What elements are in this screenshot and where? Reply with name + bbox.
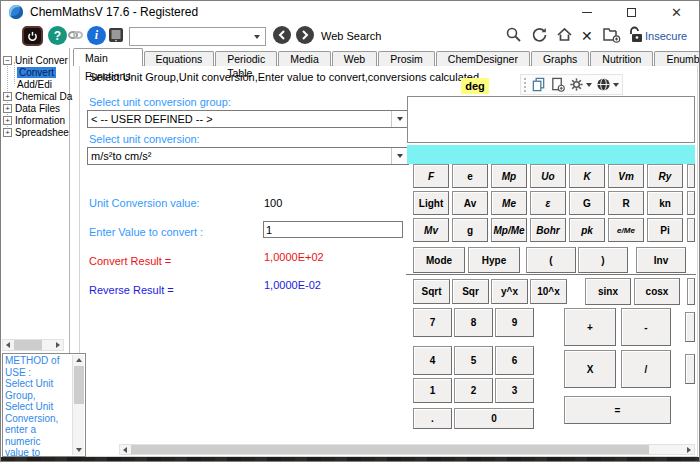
calc-button-clipped[interactable]: [687, 218, 695, 242]
calc-button-1[interactable]: 1: [413, 378, 452, 403]
tab-enumbers[interactable]: Enumbers: [654, 51, 700, 66]
expand-icon[interactable]: +: [3, 104, 12, 113]
calculator-display[interactable]: [407, 96, 695, 143]
settings-dropdown[interactable]: [569, 77, 592, 92]
scroll-thumb[interactable]: [14, 340, 42, 350]
forward-icon[interactable]: [296, 26, 314, 44]
calc-button-av[interactable]: Av: [452, 191, 488, 215]
calc-button-cosx[interactable]: cosx: [634, 278, 680, 305]
calc-button-0[interactable]: 0: [454, 408, 534, 429]
power-icon[interactable]: [22, 26, 43, 46]
tree-horizontal-scrollbar[interactable]: [2, 339, 64, 351]
tab-main-functions[interactable]: Main Functions: [73, 48, 143, 66]
calc-button-clipped[interactable]: [687, 164, 695, 188]
calc-button-uo[interactable]: Uo: [530, 164, 566, 188]
calc-button-clipped[interactable]: [687, 191, 695, 215]
tree-item-add-edi[interactable]: Add/Edi: [14, 78, 52, 90]
tab-web[interactable]: Web: [332, 51, 377, 66]
calc-button-10-x[interactable]: 10^x: [530, 279, 567, 304]
maximize-button[interactable]: [609, 1, 654, 23]
calc-button-x[interactable]: X: [564, 350, 616, 388]
tab-prosim[interactable]: Prosim: [378, 51, 435, 66]
calc-button-5[interactable]: 5: [454, 346, 493, 375]
stop-x-icon[interactable]: ✕: [581, 28, 593, 44]
tab-periodic-table[interactable]: Periodic Table: [215, 51, 277, 66]
new-document-icon[interactable]: [550, 77, 565, 92]
chevron-down-icon[interactable]: [391, 111, 408, 127]
tree-item-information[interactable]: +Information: [3, 114, 65, 126]
home-icon[interactable]: [556, 26, 573, 43]
calc-button-blank[interactable]: -: [621, 308, 671, 346]
calc-button-f[interactable]: F: [413, 164, 449, 188]
expand-icon[interactable]: +: [3, 128, 12, 137]
calc-button-ry[interactable]: Ry: [647, 164, 683, 188]
calc-button-g[interactable]: G: [569, 191, 605, 215]
calc-button-pi[interactable]: Pi: [647, 218, 683, 242]
calc-button-bohr[interactable]: Bohr: [530, 218, 566, 242]
tree-item-chemical-da[interactable]: +Chemical Da: [3, 90, 72, 102]
toolbar-combobox[interactable]: [129, 27, 266, 46]
calc-button-blank[interactable]: (: [526, 247, 576, 273]
link-icon[interactable]: [66, 26, 84, 44]
calc-button-sqrt[interactable]: Sqrt: [413, 279, 450, 304]
refresh-icon[interactable]: [531, 26, 548, 43]
calc-button-blank[interactable]: +: [564, 308, 616, 346]
web-dropdown[interactable]: [596, 77, 619, 92]
calc-button-blank[interactable]: .: [413, 408, 452, 429]
calc-button-8[interactable]: 8: [454, 308, 493, 337]
calc-button-me[interactable]: Me: [491, 191, 527, 215]
search-icon[interactable]: [505, 26, 522, 43]
new-folder-icon[interactable]: [602, 26, 621, 43]
calc-button-2[interactable]: 2: [454, 378, 493, 403]
calc-button-mode[interactable]: Mode: [413, 247, 465, 273]
tablet-icon[interactable]: [107, 26, 125, 44]
unit-group-combobox[interactable]: < -- USER DEFINED -- >: [87, 110, 409, 128]
tree-item-convert[interactable]: Convert: [14, 66, 56, 78]
calc-button-mv[interactable]: Mv: [413, 218, 449, 242]
tree-item-spreadshee[interactable]: +Spreadshee: [3, 126, 69, 138]
calc-button-inv[interactable]: Inv: [636, 247, 686, 273]
tree-item-data-files[interactable]: +Data Files: [3, 102, 60, 114]
calc-button-pk[interactable]: pk: [569, 218, 605, 242]
unlock-icon[interactable]: [628, 26, 643, 43]
calc-button-e[interactable]: e: [452, 164, 488, 188]
close-button[interactable]: ✕: [654, 1, 699, 23]
calc-button-clipped[interactable]: [685, 312, 695, 342]
expand-icon[interactable]: −: [3, 56, 12, 65]
calc-button-clipped[interactable]: [685, 354, 695, 384]
calc-button-y-x[interactable]: y^x: [491, 279, 528, 304]
calc-button-hype[interactable]: Hype: [468, 247, 520, 273]
method-vertical-scrollbar[interactable]: [72, 355, 84, 455]
calc-button-4[interactable]: 4: [413, 346, 452, 375]
tab-media[interactable]: Media: [278, 51, 331, 66]
calc-button-blank[interactable]: ): [578, 247, 628, 273]
calc-button-kn[interactable]: kn: [647, 191, 683, 215]
expand-icon[interactable]: +: [3, 116, 12, 125]
expand-icon[interactable]: +: [3, 92, 12, 101]
enter-value-input[interactable]: [263, 221, 403, 238]
scroll-up-arrow-icon[interactable]: [73, 355, 84, 365]
calc-button-mp[interactable]: Mp: [491, 164, 527, 188]
calc-button-g[interactable]: g: [452, 218, 488, 242]
scroll-thumb[interactable]: [131, 445, 649, 454]
calc-button-6[interactable]: 6: [495, 346, 534, 375]
calc-button-9[interactable]: 9: [495, 308, 534, 337]
calc-button-3[interactable]: 3: [495, 378, 534, 403]
calc-button-blank[interactable]: =: [564, 396, 671, 424]
scroll-right-arrow-icon[interactable]: [684, 445, 694, 454]
main-horizontal-scrollbar[interactable]: [119, 444, 695, 455]
tab-equations[interactable]: Equations: [144, 51, 215, 66]
scroll-down-arrow-icon[interactable]: [73, 445, 84, 455]
help-icon[interactable]: ?: [48, 26, 67, 45]
minimize-button[interactable]: [564, 1, 609, 23]
copy-icon[interactable]: [531, 77, 546, 92]
calc-button-k[interactable]: K: [569, 164, 605, 188]
calc-button-r[interactable]: R: [608, 191, 644, 215]
tab-chemdesigner[interactable]: ChemDesigner: [436, 51, 530, 66]
calc-button-clipped[interactable]: [687, 278, 695, 305]
tab-graphs[interactable]: Graphs: [531, 51, 589, 66]
chevron-down-icon[interactable]: [391, 148, 408, 164]
calc-button-light[interactable]: Light: [413, 191, 449, 215]
calc-button-blank[interactable]: /: [621, 350, 671, 388]
tab-nutrition[interactable]: Nutrition: [590, 51, 653, 66]
